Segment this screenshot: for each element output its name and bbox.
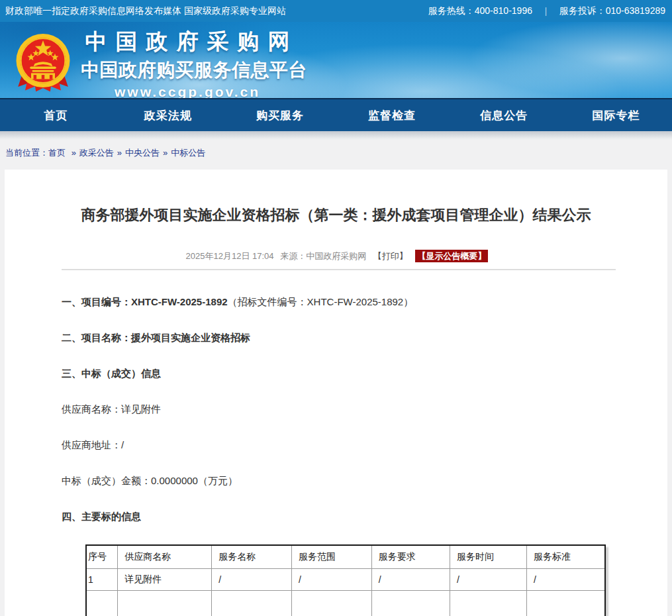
nav-item-6[interactable]: 国际专栏 xyxy=(560,99,672,131)
article-body: 一、项目编号：XHTC-FW-2025-1892（招标文件编号：XHTC-FW-… xyxy=(5,270,667,616)
table-row: 1详见附件///// xyxy=(86,568,605,590)
page-title: 商务部援外项目实施企业资格招标（第一类：援外成套项目管理企业）结果公示 xyxy=(5,170,667,225)
table-cell: / xyxy=(212,568,292,590)
breadcrumb-prefix: 当前位置： xyxy=(5,148,48,158)
nav-item-2[interactable]: 政采法规 xyxy=(112,99,224,131)
table-cell: / xyxy=(291,568,371,590)
table-header-cell: 服务要求 xyxy=(371,545,450,568)
nav-item-1[interactable]: 首页 xyxy=(0,99,112,131)
breadcrumb-separator: » xyxy=(68,148,79,158)
table-cell: / xyxy=(371,568,450,590)
publish-date: 2025年12月12日 17:04 xyxy=(186,251,274,261)
table-cell: 详见附件 xyxy=(118,568,212,590)
service-hotline: 服务热线：400-810-1996 xyxy=(428,5,532,17)
table-cell: / xyxy=(527,568,605,590)
article-paragraph: 供应商名称：详见附件 xyxy=(62,401,616,417)
nav-item-5[interactable]: 信息公告 xyxy=(448,99,560,131)
site-name: 中国政府采购网 xyxy=(81,27,303,57)
breadcrumb-link-4[interactable]: 中标公告 xyxy=(171,148,205,158)
table-header-cell: 服务标准 xyxy=(527,545,605,568)
table-row xyxy=(86,590,605,616)
print-button[interactable]: 【打印】 xyxy=(373,251,408,261)
nav-item-3[interactable]: 购买服务 xyxy=(224,99,336,131)
show-summary-button[interactable]: 【显示公告概要】 xyxy=(415,250,488,262)
topbar-separator: ｜ xyxy=(536,5,555,17)
breadcrumb: 当前位置：首页 »政采公告»中央公告»中标公告 xyxy=(0,140,672,170)
top-service-bar: 财政部唯一指定政府采购信息网络发布媒体 国家级政府采购专业网站 服务热线：400… xyxy=(0,0,672,22)
content-box: 商务部援外项目实施企业资格招标（第一类：援外成套项目管理企业）结果公示 2025… xyxy=(5,170,667,616)
breadcrumb-separator: » xyxy=(114,148,125,158)
table-cell xyxy=(86,590,118,616)
bid-result-table: 序号供应商名称服务名称服务范围服务要求服务时间服务标准 1详见附件///// xyxy=(85,544,606,616)
table-header-cell: 服务时间 xyxy=(450,545,527,568)
article-paragraph: 一、项目编号：XHTC-FW-2025-1892（招标文件编号：XHTC-FW-… xyxy=(62,294,616,310)
nav-item-4[interactable]: 监督检查 xyxy=(336,99,448,131)
table-header-cell: 供应商名称 xyxy=(118,545,212,568)
site-url: www.ccgp.gov.cn xyxy=(81,84,294,98)
article-paragraph: 供应商地址：/ xyxy=(62,437,616,453)
site-logo-link[interactable]: 中国政府采购网 中国政府购买服务信息平台 www.ccgp.gov.cn xyxy=(13,27,294,98)
service-complaint: 服务投诉：010-63819289 xyxy=(559,5,665,17)
article-paragraph: 四、主要标的信息 xyxy=(62,509,616,525)
table-header-cell: 服务范围 xyxy=(291,545,371,568)
article-meta: 2025年12月12日 17:04 来源：中国政府采购网 【打印】 【显示公告概… xyxy=(5,250,667,262)
article-paragraph: 三、中标（成交）信息 xyxy=(62,366,616,382)
breadcrumb-link-1[interactable]: 首页 xyxy=(48,148,66,158)
table-header-cell: 序号 xyxy=(86,545,118,568)
table-header-cell: 服务名称 xyxy=(212,545,292,568)
table-cell xyxy=(450,590,527,616)
table-cell: / xyxy=(450,568,527,590)
breadcrumb-link-2[interactable]: 政采公告 xyxy=(79,148,114,158)
table-cell: 1 xyxy=(86,568,118,590)
table-cell xyxy=(212,590,292,616)
site-slogan: 财政部唯一指定政府采购信息网络发布媒体 国家级政府采购专业网站 xyxy=(5,5,286,17)
main-nav: 首页政采法规购买服务监督检查信息公告国际专栏 xyxy=(0,98,672,131)
table-cell xyxy=(371,590,450,616)
breadcrumb-separator: » xyxy=(160,148,171,158)
site-header: 中国政府采购网 中国政府购买服务信息平台 www.ccgp.gov.cn xyxy=(0,22,672,98)
breadcrumb-link-3[interactable]: 中央公告 xyxy=(125,148,160,158)
article-paragraph: 二、项目名称：援外项目实施企业资格招标 xyxy=(62,330,616,346)
article-source: 来源：中国政府采购网 xyxy=(280,251,366,261)
article-paragraph: 中标（成交）金额：0.0000000（万元） xyxy=(62,473,616,489)
national-emblem-icon xyxy=(13,32,73,95)
site-subtitle: 中国政府购买服务信息平台 xyxy=(81,58,294,83)
nav-fade-strip xyxy=(0,131,672,140)
table-cell xyxy=(527,590,605,616)
table-cell xyxy=(118,590,212,616)
table-cell xyxy=(291,590,371,616)
